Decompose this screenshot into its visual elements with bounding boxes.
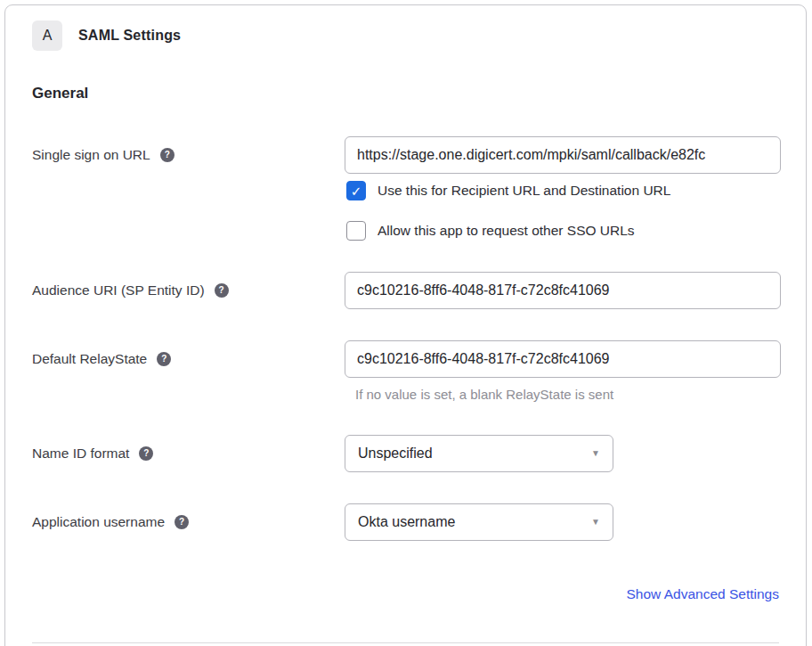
row-app-username: Application username ? Okta username ▼ — [32, 503, 779, 541]
sso-url-label-wrap: Single sign on URL ? — [32, 136, 345, 174]
saml-settings-card: A SAML Settings General Single sign on U… — [4, 4, 807, 646]
audience-uri-input[interactable] — [345, 272, 781, 309]
sso-url-input[interactable] — [345, 136, 781, 174]
app-username-label: Application username — [32, 503, 165, 541]
audience-uri-control — [345, 272, 781, 309]
bottom-divider — [32, 642, 779, 643]
row-audience-uri: Audience URI (SP Entity ID) ? — [32, 272, 779, 309]
relay-state-hint: If no value is set, a blank RelayState i… — [355, 387, 781, 402]
row-sso-url: Single sign on URL ? ✓ Use this for Reci… — [32, 136, 779, 241]
show-advanced-settings-link[interactable]: Show Advanced Settings — [627, 586, 779, 602]
sso-url-control: ✓ Use this for Recipient URL and Destina… — [345, 136, 781, 241]
name-id-format-value: Unspecified — [358, 446, 433, 462]
audience-uri-label-wrap: Audience URI (SP Entity ID) ? — [32, 272, 345, 309]
help-icon[interactable]: ? — [157, 352, 171, 366]
other-sso-checkbox-label: Allow this app to request other SSO URLs — [378, 223, 635, 239]
recipient-url-checkbox[interactable]: ✓ — [346, 181, 366, 200]
other-sso-checkbox[interactable]: ✓ — [346, 221, 366, 241]
name-id-format-label: Name ID format — [32, 435, 129, 472]
card-header: A SAML Settings — [32, 20, 779, 51]
relay-state-label-wrap: Default RelayState ? — [32, 340, 345, 378]
section-badge: A — [32, 20, 62, 51]
relay-state-input[interactable] — [345, 340, 781, 378]
help-icon[interactable]: ? — [175, 515, 189, 529]
name-id-format-select[interactable]: Unspecified ▼ — [345, 435, 613, 472]
sso-checkbox-group: ✓ Use this for Recipient URL and Destina… — [345, 181, 781, 241]
app-username-value: Okta username — [358, 514, 455, 530]
relay-state-label: Default RelayState — [32, 340, 147, 378]
help-icon[interactable]: ? — [160, 148, 175, 162]
sso-url-label: Single sign on URL — [32, 136, 150, 174]
chevron-down-icon: ▼ — [591, 518, 600, 527]
chevron-down-icon: ▼ — [591, 449, 600, 458]
name-id-format-label-wrap: Name ID format ? — [32, 435, 345, 472]
other-sso-checkbox-row: ✓ Allow this app to request other SSO UR… — [346, 221, 781, 241]
advanced-settings-row: Show Advanced Settings — [32, 586, 779, 602]
audience-uri-label: Audience URI (SP Entity ID) — [32, 272, 205, 309]
relay-state-control: If no value is set, a blank RelayState i… — [345, 340, 781, 402]
row-name-id-format: Name ID format ? Unspecified ▼ — [32, 435, 779, 472]
row-relay-state: Default RelayState ? If no value is set,… — [32, 340, 779, 402]
card-title: SAML Settings — [78, 28, 181, 44]
recipient-url-checkbox-row: ✓ Use this for Recipient URL and Destina… — [346, 181, 781, 200]
app-username-label-wrap: Application username ? — [32, 503, 345, 541]
recipient-url-checkbox-label: Use this for Recipient URL and Destinati… — [378, 183, 670, 199]
section-heading-general: General — [32, 85, 779, 102]
help-icon[interactable]: ? — [139, 446, 153, 461]
app-username-select[interactable]: Okta username ▼ — [345, 503, 613, 541]
checkmark-icon: ✓ — [351, 184, 362, 198]
help-icon[interactable]: ? — [215, 283, 229, 298]
